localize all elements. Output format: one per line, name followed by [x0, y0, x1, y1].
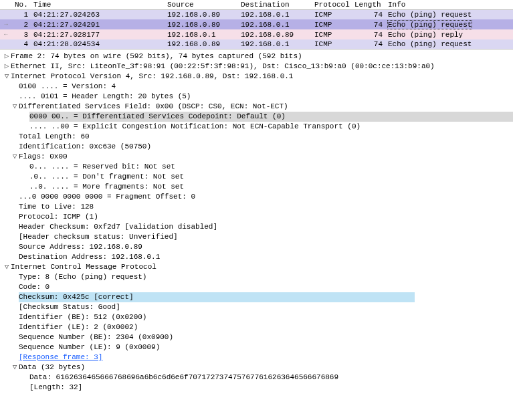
packet-row[interactable]: 404:21:28.024534192.168.0.89192.168.0.1I… — [0, 39, 513, 49]
cell-protocol: ICMP — [312, 19, 352, 29]
ip-total-length[interactable]: Total Length: 60 — [0, 132, 513, 142]
ip-source-address[interactable]: Source Address: 192.168.0.89 — [0, 242, 513, 252]
tree-frame[interactable]: ▷Frame 2: 74 bytes on wire (592 bits), 7… — [0, 51, 513, 62]
packet-list[interactable]: No. Time Source Destination Protocol Len… — [0, 0, 513, 49]
chevron-down-icon[interactable]: ▽ — [11, 362, 19, 373]
col-time[interactable]: Time — [31, 0, 165, 10]
chevron-down-icon[interactable]: ▽ — [11, 152, 19, 162]
cell-source: 192.168.0.89 — [165, 39, 238, 49]
col-info[interactable]: Info — [385, 0, 513, 10]
cell-protocol: ICMP — [312, 10, 352, 20]
dsf-codepoint[interactable]: 0000 00.. = Differentiated Services Code… — [0, 112, 513, 122]
cell-no: 3 — [12, 29, 31, 39]
ip-header-length[interactable]: .... 0101 = Header Length: 20 bytes (5) — [0, 92, 513, 102]
cell-destination: 192.168.0.89 — [238, 29, 312, 39]
icmp-code[interactable]: Code: 0 — [0, 282, 513, 292]
chevron-right-icon[interactable]: ▷ — [3, 51, 11, 62]
cell-length: 74 — [352, 39, 385, 49]
col-no[interactable]: No. — [12, 0, 31, 10]
cell-protocol: ICMP — [312, 39, 352, 49]
cell-destination: 192.168.0.1 — [238, 19, 312, 29]
flag-more-fragments[interactable]: ..0. .... = More fragments: Not set — [0, 182, 513, 192]
flag-dont-fragment[interactable]: .0.. .... = Don't fragment: Not set — [0, 172, 513, 182]
cell-source: 192.168.0.1 — [165, 29, 238, 39]
tree-icmp[interactable]: ▽Internet Control Message Protocol — [0, 262, 513, 272]
col-destination[interactable]: Destination — [238, 0, 312, 10]
cell-destination: 192.168.0.1 — [238, 39, 312, 49]
ip-protocol[interactable]: Protocol: ICMP (1) — [0, 212, 513, 222]
ip-ttl[interactable]: Time to Live: 128 — [0, 202, 513, 212]
packet-row[interactable]: ←304:21:27.028177192.168.0.1192.168.0.89… — [0, 29, 513, 39]
cell-length: 74 — [352, 10, 385, 20]
col-protocol[interactable]: Protocol — [312, 0, 352, 10]
chevron-down-icon[interactable]: ▽ — [11, 102, 19, 112]
cell-time: 04:21:28.024534 — [31, 39, 165, 49]
packet-details[interactable]: ▷Frame 2: 74 bytes on wire (592 bits), 7… — [0, 49, 513, 393]
cell-no: 2 — [12, 19, 31, 29]
col-length[interactable]: Length — [352, 0, 385, 10]
tree-flags[interactable]: ▽Flags: 0x00 — [0, 152, 513, 162]
icmp-checksum-status[interactable]: [Checksum Status: Good] — [0, 302, 513, 312]
cell-info: Echo (ping) reply — [385, 29, 513, 39]
dsf-ecn[interactable]: .... ..00 = Explicit Congestion Notifica… — [0, 122, 513, 132]
cell-source: 192.168.0.89 — [165, 10, 238, 20]
icmp-seq-be[interactable]: Sequence Number (BE): 2304 (0x0900) — [0, 332, 513, 342]
data-length[interactable]: [Length: 32] — [0, 383, 513, 393]
cell-source: 192.168.0.89 — [165, 19, 238, 29]
cell-length: 74 — [352, 19, 385, 29]
icmp-type[interactable]: Type: 8 (Echo (ping) request) — [0, 272, 513, 282]
cell-time: 04:21:27.024291 — [31, 19, 165, 29]
tree-ip[interactable]: ▽Internet Protocol Version 4, Src: 192.1… — [0, 72, 513, 82]
ip-checksum-status[interactable]: [Header checksum status: Unverified] — [0, 232, 513, 242]
ip-fragment-offset[interactable]: ...0 0000 0000 0000 = Fragment Offset: 0 — [0, 192, 513, 202]
data-bytes[interactable]: Data: 6162636465666768696a6b6c6d6e6f7071… — [0, 373, 513, 383]
cell-time: 04:21:27.028177 — [31, 29, 165, 39]
cell-destination: 192.168.0.1 — [238, 10, 312, 20]
cell-time: 04:21:27.024263 — [31, 10, 165, 20]
icmp-id-be[interactable]: Identifier (BE): 512 (0x0200) — [0, 312, 513, 322]
cell-length: 74 — [352, 29, 385, 39]
cell-no: 4 — [12, 39, 31, 49]
cell-info: Echo (ping) request — [385, 10, 513, 20]
col-source[interactable]: Source — [165, 0, 238, 10]
icmp-seq-le[interactable]: Sequence Number (LE): 9 (0x0009) — [0, 342, 513, 352]
packet-list-header[interactable]: No. Time Source Destination Protocol Len… — [0, 0, 513, 10]
tree-ethernet[interactable]: ▷Ethernet II, Src: LiteonTe_3f:98:91 (00… — [0, 62, 513, 72]
packet-row[interactable]: →204:21:27.024291192.168.0.89192.168.0.1… — [0, 19, 513, 29]
related-marker-icon: ← — [3, 31, 9, 39]
chevron-down-icon[interactable]: ▽ — [3, 262, 11, 272]
cell-protocol: ICMP — [312, 29, 352, 39]
tree-data[interactable]: ▽Data (32 bytes) — [0, 362, 513, 373]
packet-row[interactable]: 104:21:27.024263192.168.0.89192.168.0.1I… — [0, 10, 513, 20]
cell-info: Echo (ping) request — [385, 39, 513, 49]
flag-reserved[interactable]: 0... .... = Reserved bit: Not set — [0, 162, 513, 172]
icmp-response-frame[interactable]: [Response frame: 3] — [0, 352, 513, 362]
chevron-right-icon[interactable]: ▷ — [3, 62, 11, 72]
cell-info: Echo (ping) request — [385, 19, 513, 29]
tree-dsf[interactable]: ▽Differentiated Services Field: 0x00 (DS… — [0, 102, 513, 112]
icmp-checksum[interactable]: Checksum: 0x425c [correct] — [0, 292, 513, 302]
chevron-down-icon[interactable]: ▽ — [3, 72, 11, 82]
icmp-id-le[interactable]: Identifier (LE): 2 (0x0002) — [0, 322, 513, 332]
ip-version[interactable]: 0100 .... = Version: 4 — [0, 82, 513, 92]
ip-checksum[interactable]: Header Checksum: 0xf2d7 [validation disa… — [0, 222, 513, 232]
cell-no: 1 — [12, 10, 31, 20]
ip-dest-address[interactable]: Destination Address: 192.168.0.1 — [0, 252, 513, 262]
ip-identification[interactable]: Identification: 0xc63e (50750) — [0, 142, 513, 152]
related-marker-icon: → — [3, 21, 9, 29]
